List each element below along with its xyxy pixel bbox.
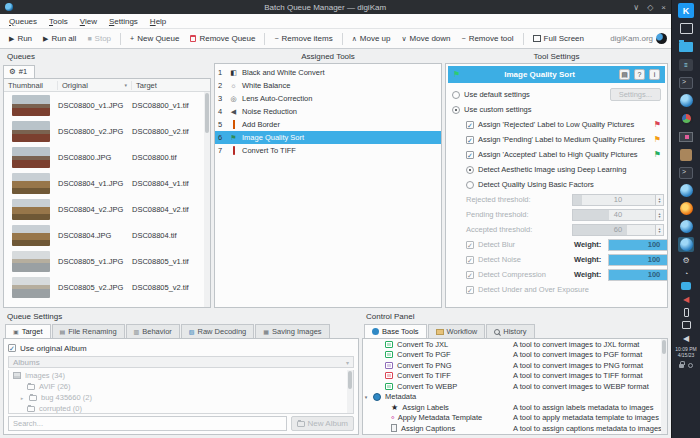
base-tools-icon bbox=[372, 328, 379, 335]
terminal-task-icon[interactable]: > bbox=[678, 165, 694, 180]
detect-basic-radio[interactable] bbox=[466, 181, 474, 189]
list-item[interactable]: Assign CaptionsA tool to assign captions… bbox=[363, 423, 667, 434]
close-icon[interactable]: × bbox=[661, 3, 666, 12]
use-original-album-checkbox[interactable]: ✓ bbox=[8, 344, 16, 352]
list-item[interactable]: Convert To TIFFA tool to convert images … bbox=[363, 371, 667, 382]
list-item[interactable]: 1◧Black and White Convert bbox=[215, 66, 441, 79]
search-input[interactable] bbox=[8, 416, 287, 431]
browser-globe-icon[interactable] bbox=[678, 93, 694, 108]
detect-aesthetic-radio[interactable] bbox=[466, 166, 474, 174]
archive-app-icon[interactable] bbox=[678, 147, 694, 162]
remove-items-button[interactable]: −Remove items bbox=[269, 32, 337, 45]
assign-accepted-checkbox[interactable]: ✓ bbox=[466, 151, 474, 159]
list-item[interactable]: Convert To PGFA tool to convert images t… bbox=[363, 350, 667, 361]
table-row[interactable]: DSC08804.JPGDSC08804.tif bbox=[4, 222, 210, 248]
tab-file-renaming[interactable]: ▤File Renaming bbox=[52, 324, 125, 338]
tab-base-tools[interactable]: Base Tools bbox=[364, 324, 427, 338]
terminal-icon[interactable]: > bbox=[678, 75, 694, 90]
minimize-icon[interactable]: ∨ bbox=[633, 3, 639, 12]
remove-tool-button[interactable]: −Remove tool bbox=[457, 32, 519, 45]
kde-launcher-icon[interactable]: K bbox=[678, 3, 694, 18]
lock-icon[interactable] bbox=[679, 364, 684, 368]
digikam-task-icon[interactable] bbox=[678, 237, 694, 252]
browser-task-icon[interactable] bbox=[678, 219, 694, 234]
widgets-tray-icon[interactable]: ⚙ bbox=[680, 255, 692, 265]
move-up-button[interactable]: ∧Move up bbox=[347, 32, 396, 45]
list-item[interactable]: 2☼White Balance bbox=[215, 79, 441, 92]
maximize-icon[interactable]: ◇ bbox=[647, 3, 653, 12]
battery-tray-icon[interactable] bbox=[680, 307, 692, 317]
group-row-metadata[interactable]: ▾Metadata bbox=[363, 392, 667, 403]
table-row[interactable]: DSC08800_v1.JPGDSC08800_v1.tif bbox=[4, 92, 210, 118]
mic-muted-tray-icon[interactable]: ◀ bbox=[680, 294, 692, 304]
menu-tools[interactable]: Tools bbox=[44, 16, 73, 27]
detect-compression-label: Detect Compression bbox=[478, 270, 570, 279]
run-button[interactable]: ▶Run bbox=[4, 32, 37, 45]
scrollbar[interactable] bbox=[204, 92, 210, 307]
queue-tab-1[interactable]: ⚙#1 bbox=[3, 65, 35, 78]
screenshot-app-icon[interactable] bbox=[678, 129, 694, 144]
table-row[interactable]: DSC08800.JPGDSC08800.tif bbox=[4, 144, 210, 170]
toolbar-separator bbox=[264, 33, 265, 45]
table-row[interactable]: DSC08805_v2.JPGDSC08805_v2.tif bbox=[4, 274, 210, 300]
assign-rejected-checkbox[interactable]: ✓ bbox=[466, 121, 474, 129]
doc-icon[interactable]: ▤ bbox=[619, 69, 630, 80]
list-item[interactable]: Convert To WEBPA tool to convert images … bbox=[363, 381, 667, 392]
tab-workflow[interactable]: Workflow bbox=[428, 324, 486, 338]
menu-settings[interactable]: Settings bbox=[104, 16, 143, 27]
run-all-button[interactable]: ▶Run all bbox=[38, 32, 81, 45]
move-down-button[interactable]: ∨Move down bbox=[396, 32, 455, 45]
col-thumbnail[interactable]: Thumbnail bbox=[4, 81, 58, 90]
list-item[interactable]: ★Assign LabelsA tool to assign labels me… bbox=[363, 402, 667, 413]
firefox-task-icon[interactable] bbox=[678, 201, 694, 216]
file-manager-icon[interactable] bbox=[678, 39, 694, 54]
tab-target[interactable]: ▣Target bbox=[5, 324, 51, 338]
list-item[interactable]: 3◎Lens Auto-Correction bbox=[215, 92, 441, 105]
menu-help[interactable]: Help bbox=[145, 16, 171, 27]
chat-tray-icon[interactable] bbox=[680, 281, 692, 291]
table-row[interactable]: DSC08805_v1.JPGDSC08805_v1.tif bbox=[4, 248, 210, 274]
list-item[interactable]: ‹›Apply Metadata TemplateA tool to apply… bbox=[363, 413, 667, 424]
color-wheel-icon[interactable] bbox=[678, 111, 694, 126]
scrollbar[interactable] bbox=[347, 370, 353, 413]
updates-tray-icon[interactable]: ◔ bbox=[680, 268, 692, 278]
tab-history[interactable]: History bbox=[486, 324, 534, 338]
help-icon[interactable]: ? bbox=[634, 69, 645, 80]
assign-pending-checkbox[interactable]: ✓ bbox=[466, 136, 474, 144]
info-icon[interactable]: i bbox=[649, 69, 660, 80]
power-icon[interactable] bbox=[688, 363, 693, 368]
table-row[interactable]: DSC08804_v2.JPGDSC08804_v2.tif bbox=[4, 196, 210, 222]
workflow-icon bbox=[436, 329, 444, 335]
queue-settings-title: Queue Settings bbox=[3, 311, 359, 323]
use-default-radio[interactable] bbox=[452, 91, 460, 99]
new-queue-button[interactable]: +New Queue bbox=[125, 32, 184, 45]
list-item[interactable]: Convert To JXLA tool to convert images t… bbox=[363, 339, 667, 350]
display-tray-icon[interactable] bbox=[680, 320, 692, 330]
use-custom-radio[interactable] bbox=[452, 106, 460, 114]
scrollbar[interactable] bbox=[661, 339, 667, 434]
list-item-selected[interactable]: 6⚑Image Quality Sort bbox=[215, 131, 441, 144]
tab-saving-images[interactable]: ▦Saving Images bbox=[255, 324, 329, 338]
list-item[interactable]: 7Convert To TIFF bbox=[215, 144, 441, 157]
tab-raw-decoding[interactable]: ▧Raw Decoding bbox=[181, 324, 254, 338]
system-settings-icon[interactable]: ≡ bbox=[678, 57, 694, 72]
list-item[interactable]: Convert To PNGA tool to convert images t… bbox=[363, 360, 667, 371]
list-item[interactable]: 4◀Noise Reduction bbox=[215, 105, 441, 118]
list-item[interactable]: 5Add Border bbox=[215, 118, 441, 131]
volume-tray-icon[interactable]: ◀ bbox=[680, 333, 692, 343]
full-screen-button[interactable]: Full Screen bbox=[528, 32, 589, 45]
table-row[interactable]: DSC08800_v2.JPGDSC08800_v2.tif bbox=[4, 118, 210, 144]
table-row[interactable]: DSC08804_v1.JPGDSC08804_v1.tif bbox=[4, 170, 210, 196]
tab-behavior[interactable]: ▥Behavior bbox=[126, 324, 180, 338]
menu-queues[interactable]: Queues bbox=[4, 16, 42, 27]
col-original[interactable]: Original▾ bbox=[58, 81, 132, 90]
titlebar[interactable]: Batch Queue Manager — digiKam ∨ ◇ × bbox=[0, 0, 671, 14]
clock[interactable]: 10:09 PM4/15/23 bbox=[675, 346, 696, 358]
green-flag-icon: ⚑ bbox=[654, 150, 661, 159]
window-manager-icon[interactable] bbox=[678, 21, 694, 36]
remove-queue-button[interactable]: Remove Queue bbox=[185, 32, 260, 45]
menu-view[interactable]: View bbox=[75, 16, 102, 27]
col-target[interactable]: Target bbox=[132, 81, 210, 90]
kde-globe-task-icon[interactable] bbox=[678, 183, 694, 198]
digikam-org-link[interactable]: digiKam.org bbox=[610, 33, 667, 44]
